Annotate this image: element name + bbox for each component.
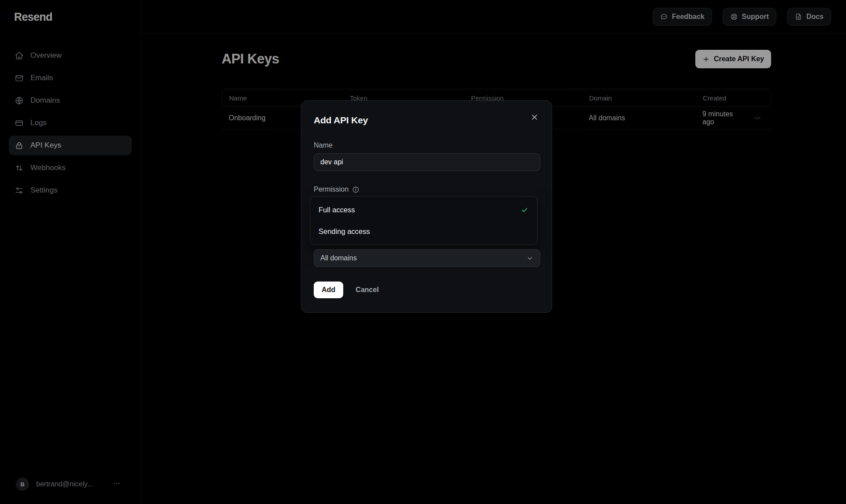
- permission-dropdown: Full access Sending access: [310, 196, 538, 245]
- cancel-button[interactable]: Cancel: [356, 286, 378, 294]
- resend-dashboard: Resend Overview Emails Domains Logs API …: [0, 0, 846, 504]
- add-button[interactable]: Add: [314, 282, 343, 298]
- permission-field-label: Permission: [314, 185, 539, 193]
- check-icon: [520, 206, 529, 214]
- add-api-key-modal: Add API Key Name Permission Full access …: [301, 100, 552, 313]
- chevron-down-icon: [526, 255, 534, 262]
- domain-select-value: All domains: [320, 254, 357, 262]
- close-button[interactable]: [530, 112, 539, 122]
- modal-title: Add API Key: [314, 115, 539, 126]
- close-icon: [530, 112, 539, 122]
- modal-actions: Add Cancel: [314, 282, 539, 298]
- name-field-label: Name: [314, 141, 539, 149]
- name-label-text: Name: [314, 141, 333, 149]
- dropdown-option-sending-access[interactable]: Sending access: [313, 222, 534, 241]
- name-input[interactable]: [314, 153, 540, 171]
- option-label: Sending access: [319, 227, 370, 236]
- info-icon: [352, 186, 360, 193]
- permission-label-text: Permission: [314, 185, 349, 193]
- option-label: Full access: [319, 206, 355, 214]
- dropdown-option-full-access[interactable]: Full access: [313, 200, 534, 219]
- domain-select[interactable]: All domains: [314, 249, 540, 267]
